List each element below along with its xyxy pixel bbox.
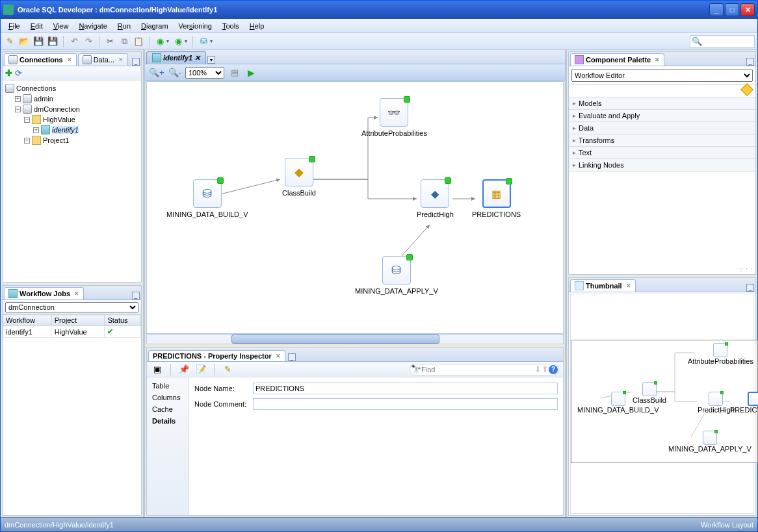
connections-tree[interactable]: Connections +admin −dmConnection −HighVa… bbox=[3, 81, 141, 282]
close-icon[interactable]: ✕ bbox=[118, 57, 124, 63]
refresh-button[interactable]: ⟳ bbox=[15, 69, 22, 77]
property-find-box[interactable]: 🔭 ⬇ ⬆ ? bbox=[410, 364, 559, 375]
save-button[interactable]: 💾 bbox=[32, 35, 45, 48]
maximize-button[interactable]: □ bbox=[725, 3, 739, 16]
tab-data[interactable]: Data...✕ bbox=[78, 53, 128, 66]
tab-property-inspector[interactable]: PREDICTIONS - Property Inspector✕ bbox=[148, 350, 285, 361]
workflow-canvas[interactable]: ⛁MINING_DATA_BUILD_V ◆ClassBuild 👓Attrib… bbox=[146, 81, 564, 334]
zoomout-button[interactable]: 🔍- bbox=[168, 68, 181, 77]
menu-diagram[interactable]: Diagram bbox=[136, 21, 174, 31]
tab-component-palette[interactable]: Component Palette✕ bbox=[570, 53, 664, 66]
horizontal-scrollbar[interactable] bbox=[146, 334, 564, 344]
close-icon[interactable]: ✕ bbox=[276, 353, 281, 359]
sql-button[interactable]: ⛁ bbox=[197, 35, 210, 48]
panel-minimize-button[interactable]: _ bbox=[132, 292, 140, 299]
palette-cat-linking[interactable]: ▸Linking Nodes bbox=[569, 158, 755, 171]
app-icon bbox=[3, 5, 14, 15]
palette-selector[interactable]: Workflow Editor bbox=[571, 69, 753, 82]
zoomin-button[interactable]: 🔍+ bbox=[149, 68, 164, 77]
layout-button[interactable]: ▤ bbox=[228, 66, 241, 79]
menu-view[interactable]: View bbox=[48, 21, 74, 31]
warning-icon bbox=[740, 83, 753, 96]
prop-tab-cache[interactable]: Cache bbox=[147, 403, 189, 415]
window-title: Oracle SQL Developer : dmConnection/High… bbox=[18, 6, 217, 14]
pencil-button[interactable]: ✎ bbox=[221, 363, 234, 376]
node-attribute-probabilities[interactable]: 👓AttributeProbabilities bbox=[361, 98, 427, 137]
workflow-jobs-table[interactable]: WorkflowProjectStatus identify1HighValue… bbox=[3, 314, 141, 338]
node-predicthigh[interactable]: ◆PredictHigh bbox=[417, 179, 454, 218]
copy-button[interactable]: ⧉ bbox=[118, 35, 131, 48]
edit-button[interactable]: 📝 bbox=[194, 363, 207, 376]
menu-run[interactable]: Run bbox=[112, 21, 136, 31]
panel-minimize-button[interactable]: _ bbox=[288, 353, 296, 361]
navfwd-button[interactable]: ◉ bbox=[172, 35, 185, 48]
palette-cat-transforms[interactable]: ▸Transforms bbox=[569, 134, 755, 146]
open-button[interactable]: 📂 bbox=[18, 35, 31, 48]
prop-tab-table[interactable]: Table bbox=[147, 380, 189, 392]
binoculars-icon: 🔭 bbox=[411, 365, 421, 374]
run-button[interactable]: ▶ bbox=[245, 66, 258, 79]
menu-versioning[interactable]: Versioning bbox=[174, 21, 217, 31]
prop-tab-details[interactable]: Details bbox=[147, 415, 189, 427]
help-button[interactable]: ? bbox=[549, 365, 558, 374]
tab-connections[interactable]: Connections✕ bbox=[4, 53, 77, 66]
menu-help[interactable]: Help bbox=[244, 21, 270, 31]
tab-thumbnail[interactable]: Thumbnail✕ bbox=[570, 279, 636, 292]
find-next-button[interactable]: ⬇ bbox=[534, 365, 542, 374]
panel-minimize-button[interactable]: _ bbox=[132, 58, 140, 66]
resize-grip-icon[interactable]: ⋮⋮⋮ bbox=[738, 267, 754, 273]
palette-cat-text[interactable]: ▸Text bbox=[569, 146, 755, 158]
palette-cat-evaluate[interactable]: ▸Evaluate and Apply bbox=[569, 109, 755, 121]
property-tabs: Table Columns Cache Details bbox=[147, 377, 189, 515]
prop-tool1-button[interactable]: ▣ bbox=[151, 363, 164, 376]
new-button[interactable]: ✎ bbox=[3, 35, 16, 48]
editor-dropdown-button[interactable]: ▾ bbox=[207, 56, 215, 64]
paste-button[interactable]: 📋 bbox=[132, 35, 145, 48]
panel-minimize-button[interactable]: _ bbox=[746, 58, 754, 66]
menubar: File Edit View Navigate Run Diagram Vers… bbox=[1, 19, 757, 33]
prop-tab-columns[interactable]: Columns bbox=[147, 392, 189, 403]
panel-minimize-button[interactable]: _ bbox=[746, 284, 754, 292]
minimize-button[interactable]: _ bbox=[709, 3, 724, 16]
node-mining-data-apply[interactable]: ⛁MINING_DATA_APPLY_V bbox=[355, 256, 438, 295]
node-mining-data-build[interactable]: ⛁MINING_DATA_BUILD_V bbox=[166, 179, 248, 218]
thumbnail-canvas[interactable]: MINING_DATA_BUILD_V ClassBuild Attribute… bbox=[570, 294, 754, 514]
table-row[interactable]: identify1HighValue✔ bbox=[3, 326, 141, 338]
zoom-select[interactable]: 100% bbox=[185, 67, 224, 79]
menu-edit[interactable]: Edit bbox=[25, 21, 48, 31]
titlebar: Oracle SQL Developer : dmConnection/High… bbox=[1, 1, 757, 19]
node-classbuild[interactable]: ◆ClassBuild bbox=[282, 158, 316, 197]
palette-cat-models[interactable]: ▸Models bbox=[569, 97, 755, 109]
node-comment-input[interactable] bbox=[253, 398, 558, 410]
saveall-button[interactable]: 💾 bbox=[46, 35, 59, 48]
redo-button[interactable]: ↷ bbox=[82, 35, 95, 48]
close-icon[interactable]: ✕ bbox=[626, 283, 631, 289]
undo-button[interactable]: ↶ bbox=[68, 35, 81, 48]
tab-workflow-jobs[interactable]: Workflow Jobs✕ bbox=[4, 287, 84, 299]
add-connection-button[interactable]: ✚ bbox=[5, 69, 12, 77]
statusbar: dmConnection/HighValue/identify1 Workflo… bbox=[1, 517, 757, 531]
find-input[interactable] bbox=[421, 366, 534, 374]
palette-cat-data[interactable]: ▸Data bbox=[569, 121, 755, 134]
connections-tabs: Connections✕ Data...✕ _ bbox=[3, 52, 141, 66]
close-icon[interactable]: ✕ bbox=[74, 290, 79, 297]
close-icon[interactable]: ✕ bbox=[67, 57, 72, 63]
cut-button[interactable]: ✂ bbox=[103, 35, 116, 48]
node-name-input[interactable] bbox=[253, 383, 558, 394]
status-left: dmConnection/HighValue/identify1 bbox=[5, 521, 114, 529]
pin-button[interactable]: 📌 bbox=[177, 363, 190, 376]
menu-file[interactable]: File bbox=[3, 21, 25, 31]
main-toolbar: ✎ 📂 💾 💾 ↶ ↷ ✂ ⧉ 📋 ◉▾ ◉▾ ⛁▾ 🔍 bbox=[1, 33, 757, 50]
node-predictions[interactable]: ▦PREDICTIONS bbox=[472, 179, 521, 218]
editor-tab-identify1[interactable]: identify1✕ bbox=[146, 51, 206, 64]
close-icon[interactable]: ✕ bbox=[194, 54, 200, 62]
wfjobs-connection-select[interactable]: dmConnection bbox=[5, 302, 138, 312]
navback-button[interactable]: ◉ bbox=[153, 35, 166, 48]
search-box[interactable]: 🔍 bbox=[690, 35, 755, 48]
close-button[interactable]: ✕ bbox=[740, 3, 755, 16]
menu-tools[interactable]: Tools bbox=[217, 21, 244, 31]
node-comment-label: Node Comment: bbox=[194, 400, 253, 408]
menu-navigate[interactable]: Navigate bbox=[73, 21, 112, 31]
find-prev-button[interactable]: ⬆ bbox=[542, 365, 549, 374]
close-icon[interactable]: ✕ bbox=[655, 57, 660, 63]
